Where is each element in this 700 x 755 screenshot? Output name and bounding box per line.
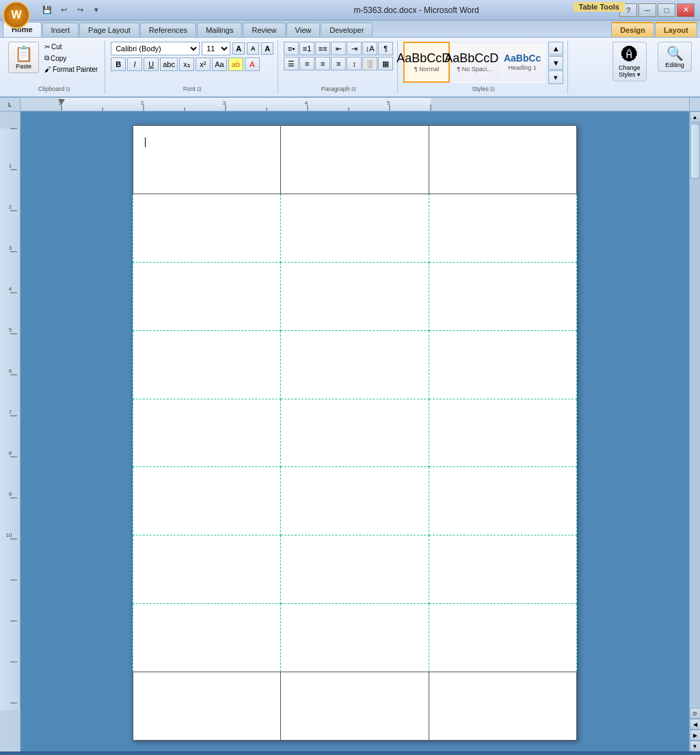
font-family-select[interactable]: Calibri (Body): [111, 42, 200, 55]
tab-design[interactable]: Design: [611, 22, 654, 37]
tab-view[interactable]: View: [286, 23, 321, 37]
vertical-scrollbar[interactable]: ▲ ⊙ ◀ ▶ ▼: [689, 111, 700, 752]
superscript-button[interactable]: x²: [196, 57, 211, 71]
table-cell[interactable]: [281, 126, 429, 194]
redo-button[interactable]: ↪: [72, 3, 88, 17]
table-cell[interactable]: [281, 535, 429, 604]
table-cell[interactable]: [281, 330, 429, 399]
scroll-track[interactable]: [690, 122, 701, 708]
table-cell[interactable]: [133, 467, 281, 535]
bullets-button[interactable]: ≡•: [284, 42, 299, 55]
office-button[interactable]: W: [3, 1, 30, 29]
sort-button[interactable]: ↕A: [362, 42, 377, 55]
table-cell[interactable]: [281, 604, 429, 672]
justify-button[interactable]: ≡: [331, 57, 346, 70]
save-button[interactable]: 💾: [40, 3, 55, 17]
table-cell[interactable]: [429, 262, 576, 330]
table-cell[interactable]: [281, 672, 429, 741]
align-right-button[interactable]: ≡: [315, 57, 330, 70]
font-size-select[interactable]: 11: [202, 42, 230, 55]
table-cell[interactable]: [281, 467, 429, 535]
table-cell[interactable]: [281, 262, 429, 330]
change-styles-button[interactable]: 🅐 ChangeStyles ▾: [612, 42, 647, 81]
table-cell[interactable]: [133, 672, 281, 741]
subscript-button[interactable]: x₂: [179, 57, 194, 71]
table-cell[interactable]: [133, 604, 281, 672]
scroll-thumb[interactable]: [690, 124, 700, 178]
increase-indent-button[interactable]: ⇥: [347, 42, 362, 55]
multilevel-button[interactable]: ≡≡: [315, 42, 330, 55]
styles-scroll-up-button[interactable]: ▲: [548, 42, 563, 55]
select-browse-button[interactable]: ⊙: [690, 708, 701, 719]
change-case-button[interactable]: Aa: [212, 57, 227, 71]
format-painter-button[interactable]: 🖌 Format Painter: [42, 64, 100, 75]
document-table[interactable]: [133, 125, 577, 741]
document-area[interactable]: [21, 111, 689, 752]
styles-more-button[interactable]: ▾: [548, 70, 563, 84]
table-cell[interactable]: [281, 194, 429, 262]
font-grow-button[interactable]: A: [232, 42, 245, 55]
show-paragraph-button[interactable]: ¶: [378, 42, 393, 55]
borders-button[interactable]: ▦: [378, 57, 393, 70]
tab-layout[interactable]: Layout: [655, 22, 697, 37]
decrease-indent-button[interactable]: ⇤: [331, 42, 346, 55]
font-color-button[interactable]: A: [245, 57, 260, 71]
tab-review[interactable]: Review: [243, 23, 285, 37]
style-nospace[interactable]: AaBbCcDc ¶ No Spaci...: [451, 42, 498, 83]
table-cell[interactable]: [429, 467, 576, 535]
tab-mailings[interactable]: Mailings: [197, 23, 242, 37]
word-page[interactable]: [133, 125, 577, 741]
highlight-button[interactable]: ab: [228, 57, 243, 71]
table-cell[interactable]: [133, 194, 281, 262]
close-button[interactable]: ✕: [677, 3, 695, 17]
minimize-button[interactable]: ─: [638, 3, 656, 17]
table-cell[interactable]: [429, 535, 576, 604]
quickaccess-more-button[interactable]: ▾: [89, 3, 104, 17]
maximize-button[interactable]: □: [658, 3, 675, 17]
tab-developer[interactable]: Developer: [321, 23, 373, 37]
bold-button[interactable]: B: [111, 57, 126, 71]
table-cell[interactable]: [429, 604, 576, 672]
editing-button[interactable]: 🔍 Editing: [658, 42, 692, 72]
tab-insert[interactable]: Insert: [42, 23, 79, 37]
tab-references[interactable]: References: [140, 23, 196, 37]
copy-button[interactable]: ⧉ Copy: [42, 53, 100, 64]
undo-button[interactable]: ↩: [56, 3, 71, 17]
next-page-button[interactable]: ▶: [690, 730, 701, 741]
align-left-button[interactable]: ☰: [284, 57, 299, 70]
table-cell[interactable]: [429, 330, 576, 399]
prev-page-button[interactable]: ◀: [690, 719, 701, 730]
table-cell[interactable]: [429, 194, 576, 262]
table-cell[interactable]: [133, 535, 281, 604]
styles-expand-icon[interactable]: ⊡: [490, 86, 495, 92]
horizontal-ruler[interactable]: 1 2 3 4 5: [21, 98, 689, 111]
styles-scroll-down-button[interactable]: ▼: [548, 56, 563, 70]
font-expand-icon[interactable]: ⊡: [197, 86, 202, 92]
shading-button[interactable]: ░: [362, 57, 377, 70]
cut-button[interactable]: ✂ Cut: [42, 42, 100, 52]
align-center-button[interactable]: ≡: [299, 57, 314, 70]
scroll-up-button[interactable]: ▲: [690, 111, 701, 122]
table-cell[interactable]: [133, 330, 281, 399]
table-cell[interactable]: [133, 126, 281, 194]
strikethrough-button[interactable]: abc: [160, 57, 178, 71]
scroll-down-button[interactable]: ▼: [690, 741, 701, 752]
table-cell[interactable]: [281, 399, 429, 467]
table-cell[interactable]: [133, 399, 281, 467]
style-heading1[interactable]: AaBbCc Heading 1: [499, 42, 546, 83]
paste-button[interactable]: 📋 Paste: [8, 42, 39, 73]
clipboard-expand-icon[interactable]: ⊡: [66, 86, 70, 92]
table-cell[interactable]: [429, 672, 576, 741]
numbering-button[interactable]: ≡1: [299, 42, 314, 55]
tab-pagelayout[interactable]: Page Layout: [79, 23, 139, 37]
italic-button[interactable]: I: [127, 57, 142, 71]
clear-formatting-button[interactable]: A: [261, 42, 273, 55]
table-cell[interactable]: [429, 126, 576, 194]
line-spacing-button[interactable]: ↕: [347, 57, 362, 70]
table-cell[interactable]: [429, 399, 576, 467]
font-shrink-button[interactable]: A: [247, 42, 259, 55]
style-normal[interactable]: AaBbCcDc ¶ Normal: [403, 42, 450, 83]
vertical-ruler[interactable]: 1 2 3 4 5 6 7 8 9 10: [0, 111, 21, 752]
ruler-corner[interactable]: L: [0, 98, 21, 111]
underline-button[interactable]: U: [144, 57, 159, 71]
